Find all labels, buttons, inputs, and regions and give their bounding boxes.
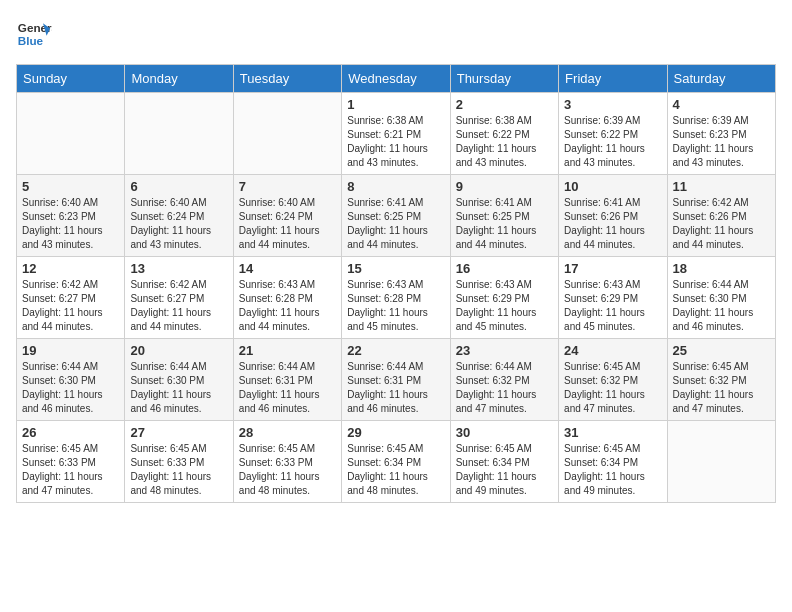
calendar-cell: 26Sunrise: 6:45 AMSunset: 6:33 PMDayligh… (17, 421, 125, 503)
svg-text:Blue: Blue (18, 34, 44, 47)
calendar-cell: 2Sunrise: 6:38 AMSunset: 6:22 PMDaylight… (450, 93, 558, 175)
day-number: 10 (564, 179, 661, 194)
calendar-table: SundayMondayTuesdayWednesdayThursdayFrid… (16, 64, 776, 503)
day-info: Sunrise: 6:42 AMSunset: 6:27 PMDaylight:… (22, 278, 119, 334)
day-info: Sunrise: 6:45 AMSunset: 6:33 PMDaylight:… (130, 442, 227, 498)
calendar-cell: 8Sunrise: 6:41 AMSunset: 6:25 PMDaylight… (342, 175, 450, 257)
calendar-cell: 3Sunrise: 6:39 AMSunset: 6:22 PMDaylight… (559, 93, 667, 175)
day-info: Sunrise: 6:41 AMSunset: 6:25 PMDaylight:… (347, 196, 444, 252)
day-info: Sunrise: 6:41 AMSunset: 6:25 PMDaylight:… (456, 196, 553, 252)
day-number: 31 (564, 425, 661, 440)
day-number: 18 (673, 261, 770, 276)
calendar-cell: 24Sunrise: 6:45 AMSunset: 6:32 PMDayligh… (559, 339, 667, 421)
day-info: Sunrise: 6:41 AMSunset: 6:26 PMDaylight:… (564, 196, 661, 252)
calendar-cell: 22Sunrise: 6:44 AMSunset: 6:31 PMDayligh… (342, 339, 450, 421)
day-number: 13 (130, 261, 227, 276)
day-number: 26 (22, 425, 119, 440)
day-info: Sunrise: 6:42 AMSunset: 6:26 PMDaylight:… (673, 196, 770, 252)
day-info: Sunrise: 6:43 AMSunset: 6:28 PMDaylight:… (347, 278, 444, 334)
calendar-cell (667, 421, 775, 503)
calendar-cell: 1Sunrise: 6:38 AMSunset: 6:21 PMDaylight… (342, 93, 450, 175)
day-number: 11 (673, 179, 770, 194)
calendar-week-row: 5Sunrise: 6:40 AMSunset: 6:23 PMDaylight… (17, 175, 776, 257)
calendar-cell: 27Sunrise: 6:45 AMSunset: 6:33 PMDayligh… (125, 421, 233, 503)
calendar-cell: 17Sunrise: 6:43 AMSunset: 6:29 PMDayligh… (559, 257, 667, 339)
calendar-week-row: 1Sunrise: 6:38 AMSunset: 6:21 PMDaylight… (17, 93, 776, 175)
day-number: 16 (456, 261, 553, 276)
day-info: Sunrise: 6:44 AMSunset: 6:30 PMDaylight:… (130, 360, 227, 416)
day-number: 30 (456, 425, 553, 440)
day-number: 17 (564, 261, 661, 276)
day-info: Sunrise: 6:45 AMSunset: 6:32 PMDaylight:… (564, 360, 661, 416)
dow-header: Monday (125, 65, 233, 93)
day-number: 2 (456, 97, 553, 112)
calendar-cell: 20Sunrise: 6:44 AMSunset: 6:30 PMDayligh… (125, 339, 233, 421)
calendar-cell: 4Sunrise: 6:39 AMSunset: 6:23 PMDaylight… (667, 93, 775, 175)
day-number: 15 (347, 261, 444, 276)
day-number: 20 (130, 343, 227, 358)
dow-header: Wednesday (342, 65, 450, 93)
dow-header: Sunday (17, 65, 125, 93)
calendar-cell: 23Sunrise: 6:44 AMSunset: 6:32 PMDayligh… (450, 339, 558, 421)
calendar-cell: 12Sunrise: 6:42 AMSunset: 6:27 PMDayligh… (17, 257, 125, 339)
dow-header: Friday (559, 65, 667, 93)
calendar-cell: 16Sunrise: 6:43 AMSunset: 6:29 PMDayligh… (450, 257, 558, 339)
day-info: Sunrise: 6:40 AMSunset: 6:23 PMDaylight:… (22, 196, 119, 252)
day-number: 9 (456, 179, 553, 194)
calendar-body: 1Sunrise: 6:38 AMSunset: 6:21 PMDaylight… (17, 93, 776, 503)
day-info: Sunrise: 6:43 AMSunset: 6:29 PMDaylight:… (564, 278, 661, 334)
dow-header: Tuesday (233, 65, 341, 93)
day-number: 7 (239, 179, 336, 194)
day-info: Sunrise: 6:45 AMSunset: 6:32 PMDaylight:… (673, 360, 770, 416)
calendar-week-row: 12Sunrise: 6:42 AMSunset: 6:27 PMDayligh… (17, 257, 776, 339)
day-number: 6 (130, 179, 227, 194)
day-number: 29 (347, 425, 444, 440)
day-info: Sunrise: 6:42 AMSunset: 6:27 PMDaylight:… (130, 278, 227, 334)
calendar-cell: 7Sunrise: 6:40 AMSunset: 6:24 PMDaylight… (233, 175, 341, 257)
day-info: Sunrise: 6:45 AMSunset: 6:34 PMDaylight:… (456, 442, 553, 498)
day-info: Sunrise: 6:45 AMSunset: 6:34 PMDaylight:… (564, 442, 661, 498)
day-info: Sunrise: 6:45 AMSunset: 6:33 PMDaylight:… (22, 442, 119, 498)
dow-header: Thursday (450, 65, 558, 93)
calendar-cell: 19Sunrise: 6:44 AMSunset: 6:30 PMDayligh… (17, 339, 125, 421)
page-header: General Blue (16, 16, 776, 52)
day-number: 22 (347, 343, 444, 358)
day-info: Sunrise: 6:39 AMSunset: 6:23 PMDaylight:… (673, 114, 770, 170)
calendar-cell: 5Sunrise: 6:40 AMSunset: 6:23 PMDaylight… (17, 175, 125, 257)
day-info: Sunrise: 6:44 AMSunset: 6:30 PMDaylight:… (22, 360, 119, 416)
calendar-cell: 30Sunrise: 6:45 AMSunset: 6:34 PMDayligh… (450, 421, 558, 503)
day-info: Sunrise: 6:38 AMSunset: 6:22 PMDaylight:… (456, 114, 553, 170)
day-number: 23 (456, 343, 553, 358)
calendar-week-row: 19Sunrise: 6:44 AMSunset: 6:30 PMDayligh… (17, 339, 776, 421)
day-number: 8 (347, 179, 444, 194)
logo-icon: General Blue (16, 16, 52, 52)
day-number: 19 (22, 343, 119, 358)
day-info: Sunrise: 6:39 AMSunset: 6:22 PMDaylight:… (564, 114, 661, 170)
day-info: Sunrise: 6:44 AMSunset: 6:31 PMDaylight:… (239, 360, 336, 416)
day-info: Sunrise: 6:38 AMSunset: 6:21 PMDaylight:… (347, 114, 444, 170)
day-number: 12 (22, 261, 119, 276)
day-info: Sunrise: 6:45 AMSunset: 6:34 PMDaylight:… (347, 442, 444, 498)
calendar-cell: 21Sunrise: 6:44 AMSunset: 6:31 PMDayligh… (233, 339, 341, 421)
day-number: 25 (673, 343, 770, 358)
logo: General Blue (16, 16, 52, 52)
day-number: 14 (239, 261, 336, 276)
day-number: 21 (239, 343, 336, 358)
day-info: Sunrise: 6:43 AMSunset: 6:29 PMDaylight:… (456, 278, 553, 334)
day-number: 4 (673, 97, 770, 112)
day-info: Sunrise: 6:45 AMSunset: 6:33 PMDaylight:… (239, 442, 336, 498)
day-info: Sunrise: 6:40 AMSunset: 6:24 PMDaylight:… (239, 196, 336, 252)
calendar-cell: 18Sunrise: 6:44 AMSunset: 6:30 PMDayligh… (667, 257, 775, 339)
day-info: Sunrise: 6:44 AMSunset: 6:31 PMDaylight:… (347, 360, 444, 416)
day-info: Sunrise: 6:43 AMSunset: 6:28 PMDaylight:… (239, 278, 336, 334)
day-number: 28 (239, 425, 336, 440)
calendar-cell: 14Sunrise: 6:43 AMSunset: 6:28 PMDayligh… (233, 257, 341, 339)
calendar-cell: 31Sunrise: 6:45 AMSunset: 6:34 PMDayligh… (559, 421, 667, 503)
dow-header: Saturday (667, 65, 775, 93)
calendar-cell (233, 93, 341, 175)
day-number: 24 (564, 343, 661, 358)
calendar-cell: 25Sunrise: 6:45 AMSunset: 6:32 PMDayligh… (667, 339, 775, 421)
day-number: 27 (130, 425, 227, 440)
day-info: Sunrise: 6:44 AMSunset: 6:32 PMDaylight:… (456, 360, 553, 416)
day-info: Sunrise: 6:40 AMSunset: 6:24 PMDaylight:… (130, 196, 227, 252)
